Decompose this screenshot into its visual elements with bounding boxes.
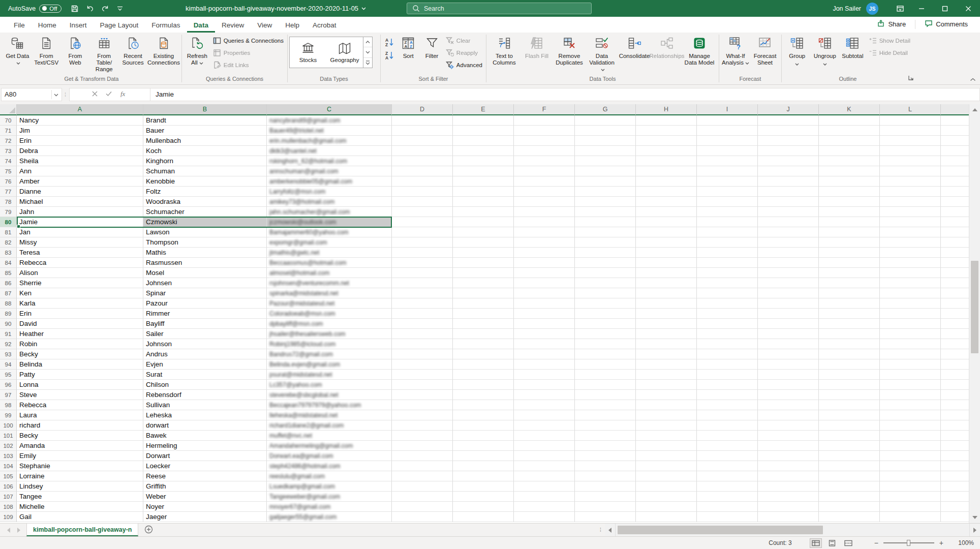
filter-button[interactable]: Filter <box>420 34 443 74</box>
cell-c107[interactable]: Tangeeweber@gmail.com <box>267 492 392 502</box>
cell-e88[interactable] <box>453 298 514 309</box>
cell-d96[interactable] <box>392 380 453 390</box>
cell-g96[interactable] <box>575 380 636 390</box>
row-header-78[interactable]: 78 <box>0 197 17 207</box>
cell-b107[interactable]: Weber <box>143 492 267 502</box>
cell-c105[interactable]: reeslulu@gmail.com <box>267 471 392 481</box>
cell-j103[interactable] <box>758 451 819 461</box>
cell-g91[interactable] <box>575 329 636 339</box>
cell-a95[interactable]: Patty <box>17 370 143 380</box>
name-box-dropdown-icon[interactable] <box>54 90 58 98</box>
cell-i107[interactable] <box>697 492 758 502</box>
cell-d82[interactable] <box>392 237 453 248</box>
cell-i100[interactable] <box>697 420 758 431</box>
cell-c78[interactable]: amikey73@hotmail.com <box>267 197 392 207</box>
cell-f104[interactable] <box>514 461 575 471</box>
row-header-85[interactable]: 85 <box>0 268 17 278</box>
cell-d106[interactable] <box>392 481 453 492</box>
row-header-80[interactable]: 80 <box>0 217 17 227</box>
cell-e87[interactable] <box>453 288 514 298</box>
relationships-button[interactable]: Relationships <box>651 34 683 74</box>
cell-f73[interactable] <box>514 146 575 156</box>
cell-b104[interactable]: Loecker <box>143 461 267 471</box>
cell-h91[interactable] <box>636 329 697 339</box>
horizontal-scroll-track[interactable] <box>615 524 970 536</box>
cell-l107[interactable] <box>880 492 941 502</box>
manage-data-model-button[interactable]: Manage Data Model <box>683 34 716 74</box>
cell-c72[interactable]: erin.mullenbach@gmail.com <box>267 136 392 146</box>
cell-g82[interactable] <box>575 237 636 248</box>
cell-a104[interactable]: Stephanie <box>17 461 143 471</box>
cell-g97[interactable] <box>575 390 636 400</box>
cell-g86[interactable] <box>575 278 636 288</box>
cell-g102[interactable] <box>575 441 636 451</box>
cell-i92[interactable] <box>697 339 758 349</box>
cell-a107[interactable]: Tangee <box>17 492 143 502</box>
cell-a85[interactable]: Alison <box>17 268 143 278</box>
cell-g99[interactable] <box>575 410 636 420</box>
zoom-slider[interactable] <box>883 542 934 543</box>
data-validation-button[interactable]: Data Validation <box>586 34 618 74</box>
cell-i86[interactable] <box>697 278 758 288</box>
cell-i95[interactable] <box>697 370 758 380</box>
cell-l71[interactable] <box>880 126 941 136</box>
cell-h76[interactable] <box>636 176 697 187</box>
cell-e74[interactable] <box>453 156 514 166</box>
cell-l98[interactable] <box>880 400 941 410</box>
cancel-icon[interactable] <box>91 90 98 99</box>
cell-g106[interactable] <box>575 481 636 492</box>
cell-e91[interactable] <box>453 329 514 339</box>
cell-k97[interactable] <box>819 390 880 400</box>
cell-e72[interactable] <box>453 136 514 146</box>
cell-a70[interactable]: Nancy <box>17 115 143 126</box>
cell-l81[interactable] <box>880 227 941 237</box>
queries-connections-button[interactable]: Queries & Connections <box>211 35 286 47</box>
horizontal-scrollbar[interactable]: ⁞ <box>600 524 980 536</box>
cell-a98[interactable]: Rebecca <box>17 400 143 410</box>
cell-k75[interactable] <box>819 166 880 176</box>
recent-sources-button[interactable]: Recent Sources <box>118 34 147 74</box>
cell-f83[interactable] <box>514 248 575 258</box>
cell-j73[interactable] <box>758 146 819 156</box>
cell-j90[interactable] <box>758 319 819 329</box>
cell-g95[interactable] <box>575 370 636 380</box>
row-header-75[interactable]: 75 <box>0 166 17 176</box>
cell-h90[interactable] <box>636 319 697 329</box>
get-data-button[interactable]: Get Data <box>3 34 32 74</box>
cell-g93[interactable] <box>575 349 636 359</box>
cell-c96[interactable]: Lc357@yahoo.com <box>267 380 392 390</box>
row-header-96[interactable]: 96 <box>0 380 17 390</box>
from-text-csv-button[interactable]: From Text/CSV <box>32 34 61 74</box>
row-header-79[interactable]: 79 <box>0 207 17 217</box>
column-header-g[interactable]: G <box>575 104 636 115</box>
cell-i72[interactable] <box>697 136 758 146</box>
cell-e75[interactable] <box>453 166 514 176</box>
cell-a106[interactable]: Lindsey <box>17 481 143 492</box>
column-header-e[interactable]: E <box>453 104 514 115</box>
cell-f105[interactable] <box>514 471 575 481</box>
cell-a79[interactable]: Jahn <box>17 207 143 217</box>
cell-c85[interactable]: almosel@hotmail.com <box>267 268 392 278</box>
cell-d83[interactable] <box>392 248 453 258</box>
cell-a84[interactable]: Rebecca <box>17 258 143 268</box>
cell-g89[interactable] <box>575 309 636 319</box>
cell-e96[interactable] <box>453 380 514 390</box>
cell-j71[interactable] <box>758 126 819 136</box>
cell-k91[interactable] <box>819 329 880 339</box>
cell-h80[interactable] <box>636 217 697 227</box>
cell-c75[interactable]: annschuman@gmail.com <box>267 166 392 176</box>
cell-j87[interactable] <box>758 288 819 298</box>
cell-c87[interactable]: spinarka@midstatesd.net <box>267 288 392 298</box>
cell-c86[interactable]: rsjohnsen@venturecomm.net <box>267 278 392 288</box>
row-header-74[interactable]: 74 <box>0 156 17 166</box>
cell-i70[interactable] <box>697 115 758 126</box>
cell-i97[interactable] <box>697 390 758 400</box>
cell-d76[interactable] <box>392 176 453 187</box>
row-header-94[interactable]: 94 <box>0 359 17 370</box>
cell-l74[interactable] <box>880 156 941 166</box>
row-header-101[interactable]: 101 <box>0 431 17 441</box>
cell-k105[interactable] <box>819 471 880 481</box>
row-header-77[interactable]: 77 <box>0 187 17 197</box>
edit-links-button[interactable]: Edit Links <box>211 59 286 71</box>
cell-g88[interactable] <box>575 298 636 309</box>
